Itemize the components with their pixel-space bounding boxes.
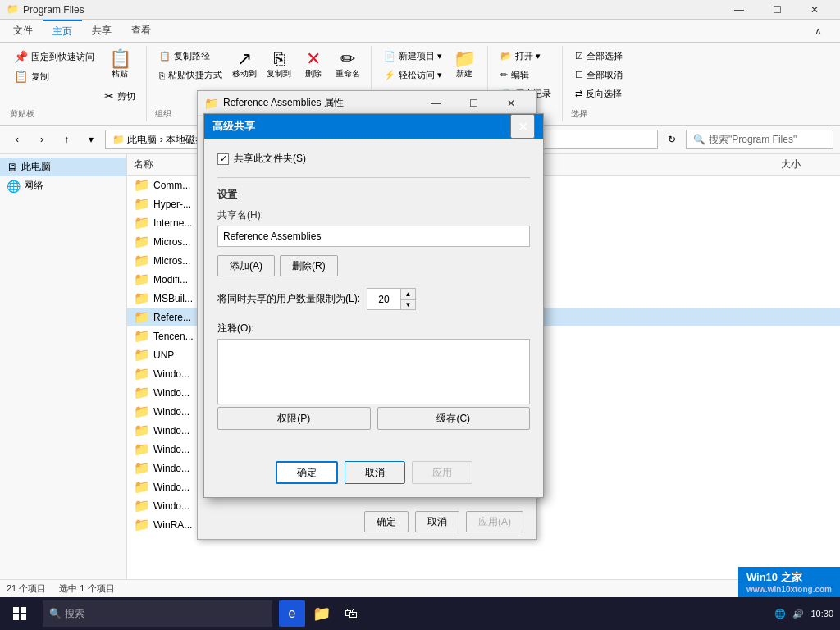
settings-section-label: 设置 xyxy=(217,188,530,202)
user-limit-label: 将同时共享的用户数量限制为(L): xyxy=(217,292,360,306)
dialog-overlay: 📁 Reference Assemblies 属性 — ☐ ✕ 常规 共享 安全… xyxy=(0,0,840,630)
advanced-sharing-dialog: 高级共享 ✕ ✓ 共享此文件夹(S) 设置 共享名(H): 添加( xyxy=(203,113,544,498)
network-tray-icon: 🌐 xyxy=(774,609,786,619)
store-icon: 🛍 xyxy=(345,606,358,621)
adv-title-bar: 高级共享 ✕ xyxy=(204,114,543,139)
props-title-text: Reference Assemblies 属性 xyxy=(223,96,417,110)
adv-close-btn[interactable]: ✕ xyxy=(510,114,535,139)
comment-textarea[interactable] xyxy=(217,339,530,404)
add-btn[interactable]: 添加(A) xyxy=(217,255,275,276)
remove-btn[interactable]: 删除(R) xyxy=(280,255,338,276)
spinner-down-btn[interactable]: ▼ xyxy=(400,299,415,309)
share-checkbox-row: ✓ 共享此文件夹(S) xyxy=(217,152,530,166)
edge-icon: e xyxy=(289,606,296,621)
spinner-up-btn[interactable]: ▲ xyxy=(400,289,415,299)
share-checkbox[interactable]: ✓ xyxy=(217,153,229,165)
adv-footer: 确定 取消 应用 xyxy=(204,454,543,497)
svg-rect-0 xyxy=(13,607,19,613)
start-button[interactable] xyxy=(0,597,39,630)
brand-line1: Win10 之家 xyxy=(746,570,832,585)
brand-line2: www.win10xtong.com xyxy=(746,585,832,594)
share-name-input-wrapper xyxy=(217,226,530,247)
props-footer: 确定 取消 应用(A) xyxy=(198,504,536,539)
perm-cache-row: 权限(P) 缓存(C) xyxy=(217,407,530,430)
taskbar-icon-edge[interactable]: e xyxy=(279,600,305,627)
adv-title-text: 高级共享 xyxy=(212,119,510,134)
adv-apply-btn[interactable]: 应用 xyxy=(412,461,472,484)
checkmark-icon: ✓ xyxy=(220,153,227,164)
share-name-row xyxy=(217,226,530,247)
volume-icon: 🔊 xyxy=(792,609,804,619)
permissions-btn[interactable]: 权限(P) xyxy=(217,407,371,430)
props-cancel-btn[interactable]: 取消 xyxy=(415,511,459,532)
explorer-icon: 📁 xyxy=(313,605,331,623)
user-limit-input[interactable] xyxy=(368,289,400,309)
taskbar-right: 🌐 🔊 10:30 xyxy=(774,609,840,619)
cache-btn[interactable]: 缓存(C) xyxy=(377,407,531,430)
props-ok-btn[interactable]: 确定 xyxy=(364,511,409,532)
taskbar-search[interactable]: 🔍 搜索 xyxy=(43,600,272,627)
add-remove-row: 添加(A) 删除(R) xyxy=(217,255,530,276)
adv-ok-btn[interactable]: 确定 xyxy=(276,461,338,484)
search-magnifier-icon: 🔍 xyxy=(49,608,62,619)
user-limit-spinner: ▲ ▼ xyxy=(367,288,416,310)
win10-brand: Win10 之家 www.win10xtong.com xyxy=(738,567,840,597)
spinner-controls: ▲ ▼ xyxy=(400,289,415,309)
share-name-input[interactable] xyxy=(217,226,530,247)
svg-rect-3 xyxy=(21,614,26,620)
time-display: 10:30 xyxy=(810,609,833,619)
props-close-btn[interactable]: ✕ xyxy=(492,94,530,113)
props-maximize-btn[interactable]: ☐ xyxy=(454,94,492,113)
props-title-controls: — ☐ ✕ xyxy=(417,94,530,113)
taskbar-sys-tray: 🌐 🔊 10:30 xyxy=(774,609,833,619)
props-title-icon: 📁 xyxy=(204,97,218,110)
windows-logo-icon xyxy=(13,607,26,620)
user-limit-row: 将同时共享的用户数量限制为(L): ▲ ▼ xyxy=(217,288,530,310)
share-checkbox-label[interactable]: 共享此文件夹(S) xyxy=(234,152,306,166)
taskbar-icon-store[interactable]: 🛍 xyxy=(338,600,364,627)
props-minimize-btn[interactable]: — xyxy=(417,94,454,113)
props-apply-btn[interactable]: 应用(A) xyxy=(466,511,523,532)
taskbar-icon-explorer[interactable]: 📁 xyxy=(308,600,335,627)
adv-body: ✓ 共享此文件夹(S) 设置 共享名(H): 添加(A) 删除(R) 将同时共享… xyxy=(204,139,543,454)
svg-rect-2 xyxy=(13,614,19,620)
share-name-label: 共享名(H): xyxy=(217,208,530,222)
settings-divider xyxy=(217,177,530,178)
taskbar-app-icons: e 📁 🛍 xyxy=(279,600,364,627)
props-title-bar: 📁 Reference Assemblies 属性 — ☐ ✕ xyxy=(198,91,536,116)
adv-cancel-btn[interactable]: 取消 xyxy=(345,461,405,484)
taskbar-search-placeholder: 搜索 xyxy=(65,607,84,621)
comment-label: 注释(O): xyxy=(217,322,530,336)
taskbar: 🔍 搜索 e 📁 🛍 🌐 🔊 10:30 xyxy=(0,597,840,630)
svg-rect-1 xyxy=(21,607,26,613)
